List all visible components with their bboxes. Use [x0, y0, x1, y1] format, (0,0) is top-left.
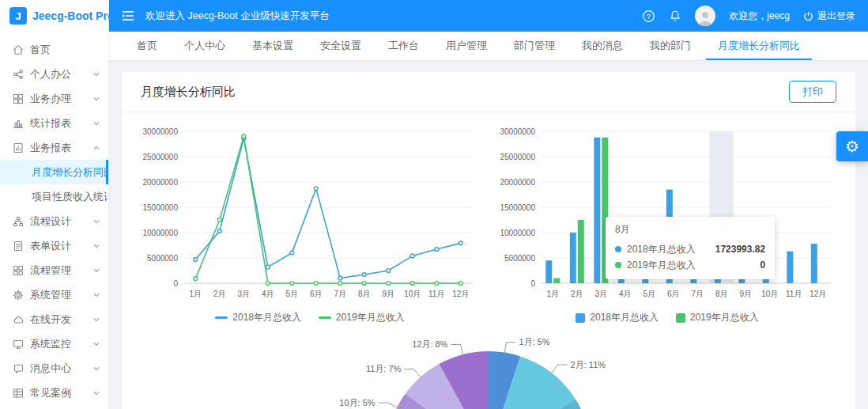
svg-text:9月: 9月: [739, 290, 752, 298]
bar-chart: 0500000010000000150000002000000025000000…: [489, 120, 846, 324]
svg-text:10月: 5%: 10月: 5%: [339, 398, 375, 407]
chevron-up-icon: [92, 144, 100, 152]
cloud-icon: [13, 314, 24, 325]
sidebar: 首页个人办公业务办理统计报表业务报表月度增长分析同比项目性质收入统计流程设计表单…: [0, 32, 109, 409]
gear-icon: [13, 290, 24, 301]
svg-text:20000000: 20000000: [500, 178, 536, 187]
home-icon: [13, 44, 24, 55]
svg-text:15000000: 15000000: [500, 203, 536, 212]
legend-item[interactable]: 2018年月总收入: [576, 311, 659, 324]
svg-text:11月: 11月: [428, 290, 444, 298]
svg-text:12月: 8%: 12月: 8%: [412, 339, 447, 349]
sidebar-item-0[interactable]: 首页: [0, 37, 108, 62]
tab-8[interactable]: 我的部门: [638, 32, 703, 60]
logout-button[interactable]: 退出登录: [803, 9, 855, 23]
svg-text:2月: 2月: [571, 290, 583, 298]
sidebar-item-label: 系统管理: [30, 288, 92, 302]
tab-9[interactable]: 月度增长分析同比: [706, 32, 812, 60]
logo-text: Jeecg-Boot Pro: [32, 9, 114, 22]
sidebar-subitem[interactable]: 项目性质收入统计: [0, 184, 108, 209]
tab-4[interactable]: 工作台: [376, 32, 431, 60]
main-area: 首页个人中心基本设置安全设置工作台用户管理部门管理我的消息我的部门月度增长分析同…: [109, 32, 868, 409]
sidebar-item-label: 个人办公: [30, 67, 92, 81]
line-chart: 0500000010000000150000002000000025000000…: [131, 120, 489, 324]
share-icon: [13, 69, 24, 80]
card-header: 月度增长分析同比 打印: [122, 72, 855, 112]
menu-collapse-icon[interactable]: [122, 10, 134, 21]
sidebar-item-9[interactable]: 在线开发: [0, 307, 108, 331]
svg-text:25000000: 25000000: [500, 153, 536, 161]
sidebar-item-label: 在线开发: [30, 312, 92, 327]
svg-text:6月: 6月: [310, 290, 323, 298]
tab-1[interactable]: 个人中心: [172, 32, 237, 60]
sidebar-item-label: 业务办理: [30, 92, 92, 106]
sidebar-item-11[interactable]: 消息中心: [0, 356, 108, 381]
chevron-down-icon: [92, 389, 100, 397]
legend-item[interactable]: 2018年月总收入: [215, 311, 301, 324]
sidebar-item-label: 流程设计: [30, 214, 92, 229]
report-card: 月度增长分析同比 打印 0500000010000000150000002000…: [122, 72, 855, 409]
svg-text:2月: 2月: [213, 290, 226, 298]
sidebar-item-1[interactable]: 个人办公: [0, 62, 108, 86]
charts-row: 0500000010000000150000002000000025000000…: [128, 120, 849, 324]
sidebar-item-5[interactable]: 流程设计: [0, 209, 108, 233]
sidebar-item-12[interactable]: 常见案例: [0, 381, 108, 405]
cases-icon: [13, 388, 24, 399]
sidebar-item-3[interactable]: 统计报表: [0, 111, 108, 135]
message-icon: [13, 363, 24, 374]
apps-icon: [13, 93, 24, 104]
logout-label: 退出登录: [817, 9, 855, 23]
sidebar-item-4[interactable]: 业务报表: [0, 135, 108, 160]
sidebar-subitem[interactable]: 月度增长分析同比: [0, 160, 108, 184]
svg-text:12月: 12月: [452, 290, 469, 298]
sidebar-item-label: 常见案例: [30, 386, 92, 400]
chevron-down-icon: [92, 119, 100, 127]
monitor-icon: [13, 339, 24, 350]
svg-text:3月: 3月: [594, 290, 607, 298]
sidebar-item-7[interactable]: 流程管理: [0, 258, 108, 282]
sidebar-item-10[interactable]: 系统监控: [0, 331, 108, 356]
sidebar-item-8[interactable]: 系统管理: [0, 282, 108, 307]
legend-item[interactable]: 2019年月总收入: [319, 311, 405, 324]
svg-text:20000000: 20000000: [143, 178, 179, 187]
sidebar-item-label: 系统监控: [30, 337, 92, 351]
question-circle-icon[interactable]: ?: [642, 9, 655, 23]
sidebar-item-6[interactable]: 表单设计: [0, 233, 108, 258]
svg-text:?: ?: [647, 11, 651, 20]
report-icon: [13, 142, 24, 153]
chart-legend: 2018年月总收入2019年月总收入: [131, 311, 489, 324]
logout-icon: [803, 11, 813, 21]
chevron-down-icon: [92, 218, 100, 225]
tab-6[interactable]: 部门管理: [502, 32, 567, 60]
stats-icon: [13, 118, 24, 129]
svg-text:8月: 8月: [358, 290, 371, 298]
svg-text:3月: 3月: [237, 290, 250, 298]
top-header: J Jeecg-Boot Pro 欢迎进入 Jeecg-Boot 企业级快速开发…: [0, 0, 868, 32]
tab-2[interactable]: 基本设置: [240, 32, 305, 60]
svg-text:15000000: 15000000: [143, 203, 179, 212]
tab-5[interactable]: 用户管理: [434, 32, 499, 60]
svg-text:5月: 5月: [285, 290, 298, 298]
bell-icon[interactable]: [669, 9, 681, 22]
svg-text:1月: 5%: 1月: 5%: [519, 337, 549, 347]
sidebar-item-2[interactable]: 业务办理: [0, 86, 108, 111]
avatar[interactable]: [695, 6, 715, 26]
tab-0[interactable]: 首页: [125, 32, 169, 60]
tab-7[interactable]: 我的消息: [570, 32, 635, 60]
svg-text:5000000: 5000000: [504, 254, 535, 263]
tab-3[interactable]: 安全设置: [308, 32, 373, 60]
sidebar-item-label: 统计报表: [30, 116, 92, 131]
gear-icon: ⚙: [845, 137, 859, 156]
chevron-down-icon: [92, 70, 100, 78]
legend-item[interactable]: 2019年月总收入: [676, 311, 759, 324]
print-button[interactable]: 打印: [789, 81, 836, 103]
settings-gear-button[interactable]: ⚙: [836, 131, 868, 161]
logo[interactable]: J Jeecg-Boot Pro: [0, 0, 109, 32]
chevron-down-icon: [92, 242, 100, 250]
svg-text:10月: 10月: [761, 290, 778, 298]
sidebar-item-label: 流程管理: [30, 263, 92, 278]
tab-bar: 首页个人中心基本设置安全设置工作台用户管理部门管理我的消息我的部门月度增长分析同…: [109, 32, 868, 61]
svg-text:7月: 7月: [691, 290, 704, 298]
svg-text:10000000: 10000000: [500, 229, 536, 237]
svg-text:1月: 1月: [546, 290, 559, 298]
